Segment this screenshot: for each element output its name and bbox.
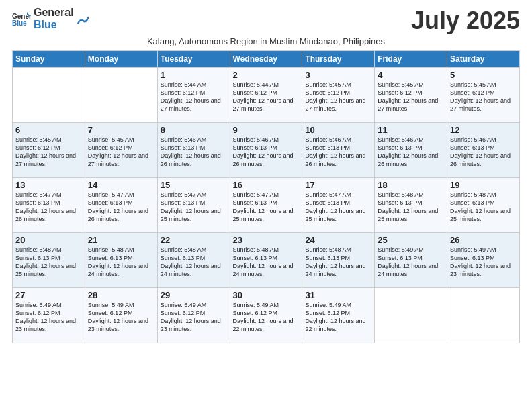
subtitle: Kalang, Autonomous Region in Muslim Mind… [12, 36, 520, 46]
calendar-cell: 27Sunrise: 5:49 AM Sunset: 6:12 PM Dayli… [13, 288, 85, 343]
calendar-cell: 28Sunrise: 5:49 AM Sunset: 6:12 PM Dayli… [85, 288, 157, 343]
day-number: 31 [305, 290, 371, 300]
day-number: 4 [378, 70, 444, 80]
day-info: Sunrise: 5:44 AM Sunset: 6:12 PM Dayligh… [161, 81, 227, 113]
day-info: Sunrise: 5:49 AM Sunset: 6:12 PM Dayligh… [15, 301, 82, 334]
day-info: Sunrise: 5:47 AM Sunset: 6:13 PM Dayligh… [88, 191, 154, 224]
day-info: Sunrise: 5:45 AM Sunset: 6:12 PM Dayligh… [305, 81, 371, 113]
day-info: Sunrise: 5:45 AM Sunset: 6:12 PM Dayligh… [450, 81, 517, 113]
calendar-cell: 20Sunrise: 5:48 AM Sunset: 6:13 PM Dayli… [13, 233, 85, 288]
day-info: Sunrise: 5:48 AM Sunset: 6:13 PM Dayligh… [15, 246, 82, 279]
header-tuesday: Tuesday [157, 51, 230, 68]
day-number: 20 [15, 235, 82, 245]
day-info: Sunrise: 5:45 AM Sunset: 6:12 PM Dayligh… [378, 81, 444, 113]
calendar-cell: 30Sunrise: 5:49 AM Sunset: 6:12 PM Dayli… [230, 288, 302, 343]
day-number: 3 [305, 70, 371, 80]
day-number: 23 [233, 235, 300, 245]
header: General Blue General Blue July 2025 [12, 7, 520, 35]
header-sunday: Sunday [13, 51, 85, 68]
day-number: 25 [378, 235, 444, 245]
logo-general: General [34, 7, 74, 19]
day-info: Sunrise: 5:47 AM Sunset: 6:13 PM Dayligh… [233, 191, 300, 224]
day-number: 26 [450, 235, 517, 245]
day-number: 29 [161, 290, 227, 300]
day-info: Sunrise: 5:45 AM Sunset: 6:12 PM Dayligh… [88, 136, 154, 169]
calendar-cell: 3Sunrise: 5:45 AM Sunset: 6:12 PM Daylig… [302, 68, 375, 123]
calendar-header-row: SundayMondayTuesdayWednesdayThursdayFrid… [13, 51, 520, 68]
calendar-cell: 26Sunrise: 5:49 AM Sunset: 6:13 PM Dayli… [447, 233, 520, 288]
calendar-cell: 8Sunrise: 5:46 AM Sunset: 6:13 PM Daylig… [157, 123, 230, 178]
day-info: Sunrise: 5:49 AM Sunset: 6:13 PM Dayligh… [378, 246, 444, 279]
calendar-week-row: 20Sunrise: 5:48 AM Sunset: 6:13 PM Dayli… [13, 233, 520, 288]
calendar-cell: 19Sunrise: 5:48 AM Sunset: 6:13 PM Dayli… [447, 178, 520, 233]
day-number: 22 [161, 235, 227, 245]
calendar-week-row: 6Sunrise: 5:45 AM Sunset: 6:12 PM Daylig… [13, 123, 520, 178]
calendar-cell: 9Sunrise: 5:46 AM Sunset: 6:13 PM Daylig… [230, 123, 302, 178]
header-saturday: Saturday [447, 51, 520, 68]
day-number: 16 [233, 180, 300, 190]
day-info: Sunrise: 5:44 AM Sunset: 6:12 PM Dayligh… [233, 81, 300, 113]
day-info: Sunrise: 5:46 AM Sunset: 6:13 PM Dayligh… [233, 136, 300, 169]
calendar-cell: 23Sunrise: 5:48 AM Sunset: 6:13 PM Dayli… [230, 233, 302, 288]
day-number: 14 [88, 180, 154, 190]
calendar-cell: 11Sunrise: 5:46 AM Sunset: 6:13 PM Dayli… [375, 123, 447, 178]
day-number: 21 [88, 235, 154, 245]
calendar-cell [375, 288, 447, 343]
calendar-cell: 22Sunrise: 5:48 AM Sunset: 6:13 PM Dayli… [157, 233, 230, 288]
day-number: 15 [161, 180, 227, 190]
calendar-cell: 31Sunrise: 5:49 AM Sunset: 6:12 PM Dayli… [302, 288, 375, 343]
day-number: 30 [233, 290, 300, 300]
day-info: Sunrise: 5:48 AM Sunset: 6:13 PM Dayligh… [161, 246, 227, 279]
header-thursday: Thursday [302, 51, 375, 68]
calendar-cell: 6Sunrise: 5:45 AM Sunset: 6:12 PM Daylig… [13, 123, 85, 178]
day-info: Sunrise: 5:47 AM Sunset: 6:13 PM Dayligh… [305, 191, 371, 224]
day-number: 24 [305, 235, 371, 245]
day-number: 17 [305, 180, 371, 190]
day-number: 18 [378, 180, 444, 190]
day-info: Sunrise: 5:48 AM Sunset: 6:13 PM Dayligh… [378, 191, 444, 224]
day-number: 9 [233, 125, 300, 135]
day-number: 7 [88, 125, 154, 135]
calendar-cell: 16Sunrise: 5:47 AM Sunset: 6:13 PM Dayli… [230, 178, 302, 233]
calendar-cell: 4Sunrise: 5:45 AM Sunset: 6:12 PM Daylig… [375, 68, 447, 123]
day-info: Sunrise: 5:49 AM Sunset: 6:12 PM Dayligh… [233, 301, 300, 334]
calendar-cell: 13Sunrise: 5:47 AM Sunset: 6:13 PM Dayli… [13, 178, 85, 233]
day-info: Sunrise: 5:48 AM Sunset: 6:13 PM Dayligh… [450, 191, 517, 224]
calendar-cell: 29Sunrise: 5:49 AM Sunset: 6:12 PM Dayli… [157, 288, 230, 343]
day-number: 8 [161, 125, 227, 135]
day-number: 10 [305, 125, 371, 135]
day-number: 2 [233, 70, 300, 80]
calendar-cell: 21Sunrise: 5:48 AM Sunset: 6:13 PM Dayli… [85, 233, 157, 288]
day-number: 6 [15, 125, 82, 135]
day-number: 13 [15, 180, 82, 190]
calendar-cell: 14Sunrise: 5:47 AM Sunset: 6:13 PM Dayli… [85, 178, 157, 233]
header-monday: Monday [85, 51, 157, 68]
calendar-week-row: 1Sunrise: 5:44 AM Sunset: 6:12 PM Daylig… [13, 68, 520, 123]
logo-wave-icon [77, 11, 89, 26]
calendar-cell: 15Sunrise: 5:47 AM Sunset: 6:13 PM Dayli… [157, 178, 230, 233]
calendar-week-row: 27Sunrise: 5:49 AM Sunset: 6:12 PM Dayli… [13, 288, 520, 343]
calendar-cell [85, 68, 157, 123]
day-info: Sunrise: 5:46 AM Sunset: 6:13 PM Dayligh… [378, 136, 444, 169]
calendar-cell: 12Sunrise: 5:46 AM Sunset: 6:13 PM Dayli… [447, 123, 520, 178]
day-info: Sunrise: 5:49 AM Sunset: 6:13 PM Dayligh… [450, 246, 517, 279]
calendar-cell: 7Sunrise: 5:45 AM Sunset: 6:12 PM Daylig… [85, 123, 157, 178]
calendar-cell [13, 68, 85, 123]
day-info: Sunrise: 5:49 AM Sunset: 6:12 PM Dayligh… [161, 301, 227, 334]
calendar-cell: 18Sunrise: 5:48 AM Sunset: 6:13 PM Dayli… [375, 178, 447, 233]
day-info: Sunrise: 5:48 AM Sunset: 6:13 PM Dayligh… [305, 246, 371, 279]
day-number: 28 [88, 290, 154, 300]
logo-blue: Blue [34, 19, 74, 31]
day-info: Sunrise: 5:46 AM Sunset: 6:13 PM Dayligh… [450, 136, 517, 169]
day-number: 19 [450, 180, 517, 190]
logo-icon: General Blue [12, 9, 31, 28]
day-info: Sunrise: 5:47 AM Sunset: 6:13 PM Dayligh… [161, 191, 227, 224]
day-number: 1 [161, 70, 227, 80]
day-number: 27 [15, 290, 82, 300]
calendar-cell: 24Sunrise: 5:48 AM Sunset: 6:13 PM Dayli… [302, 233, 375, 288]
page: General Blue General Blue July 2025 Kala… [0, 0, 532, 350]
calendar-table: SundayMondayTuesdayWednesdayThursdayFrid… [12, 50, 520, 343]
day-number: 5 [450, 70, 517, 80]
header-wednesday: Wednesday [230, 51, 302, 68]
month-title: July 2025 [411, 7, 520, 35]
